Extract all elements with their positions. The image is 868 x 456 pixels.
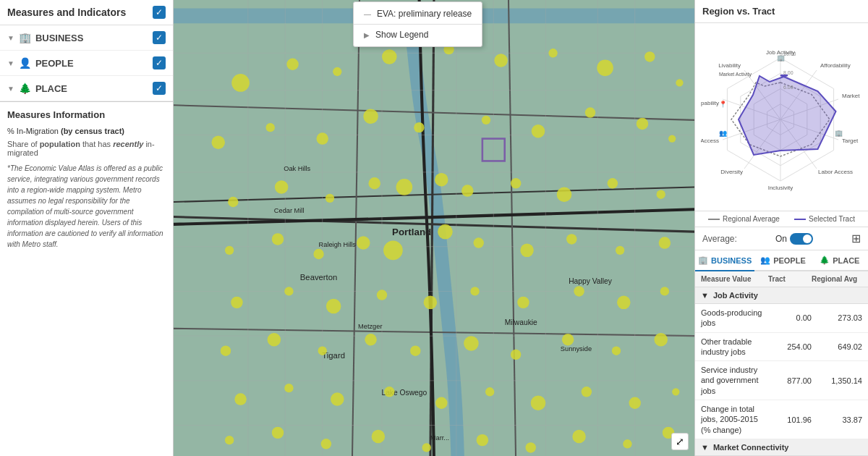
- measures-info: Measures Information % In-Migration (by …: [0, 101, 173, 456]
- svg-point-104: [629, 397, 640, 408]
- svg-text:Market Connectivity: Market Connectivity: [842, 93, 860, 99]
- row-tract: 877.00: [768, 376, 812, 385]
- svg-point-68: [357, 236, 370, 250]
- radar-chart: Job Activity Affordability Market Connec…: [701, 29, 860, 203]
- svg-text:Diversity: Diversity: [720, 169, 743, 175]
- panel-title: Measures and Indicators: [7, 7, 126, 18]
- svg-point-112: [526, 442, 536, 452]
- svg-text:Affordability: Affordability: [820, 62, 851, 69]
- map-svg[interactable]: Portland Beaverton Tigard Happy Valley L…: [174, 0, 694, 456]
- svg-point-113: [572, 430, 586, 444]
- place-checkbox[interactable]: [153, 82, 166, 95]
- svg-point-94: [612, 347, 621, 355]
- col-measure: Measure Value: [701, 275, 768, 283]
- right-panel: Region vs. Tract: [694, 0, 868, 456]
- svg-text:Marr...: Marr...: [430, 434, 449, 442]
- legend-regional-label: Regional Average: [723, 215, 780, 223]
- toggle-switch[interactable]: [790, 233, 813, 245]
- dropdown-legend[interactable]: ▶ Show Legend: [354, 26, 482, 43]
- svg-point-35: [286, 58, 298, 69]
- tab-business-icon: 🏢: [698, 256, 708, 265]
- radar-chart-container: Job Activity Affordability Market Connec…: [695, 23, 868, 211]
- svg-point-88: [318, 347, 327, 355]
- people-label: PEOPLE: [35, 58, 74, 69]
- svg-point-64: [657, 190, 665, 199]
- svg-point-108: [321, 439, 331, 449]
- average-toggle[interactable]: On: [775, 233, 813, 245]
- category-business[interactable]: ▼ 🏢 BUSINESS: [0, 25, 173, 51]
- svg-point-62: [557, 187, 572, 202]
- svg-point-34: [231, 74, 250, 92]
- category-people[interactable]: ▼ 👤 PEOPLE: [0, 51, 173, 76]
- svg-text:Inclusivity: Inclusivity: [768, 185, 793, 191]
- svg-text:Job Access: Job Access: [701, 138, 719, 144]
- section-market-connectivity[interactable]: ▼ Market Connectivity: [695, 439, 868, 456]
- tab-business[interactable]: 🏢 BUSINESS: [695, 250, 754, 271]
- table-row: Goods-producing jobs 0.00 273.03: [695, 304, 868, 333]
- migration-subtext: Share of population that has recently in…: [7, 140, 166, 157]
- svg-point-45: [266, 123, 275, 132]
- region-vs-tract-title: Region vs. Tract: [695, 0, 868, 23]
- svg-point-83: [574, 286, 584, 296]
- legend-row: Regional Average Selected Tract: [695, 211, 868, 227]
- section-title: Market Connectivity: [713, 443, 789, 452]
- svg-point-85: [660, 287, 669, 295]
- svg-point-57: [368, 177, 380, 189]
- tab-place-icon: 🌲: [820, 256, 830, 265]
- svg-text:Sunnyside: Sunnyside: [561, 345, 592, 352]
- tab-people-icon: 👥: [760, 256, 770, 265]
- measures-header: Measures and Indicators: [0, 0, 173, 25]
- svg-text:🏢: 🏢: [835, 129, 843, 138]
- people-checkbox[interactable]: [153, 56, 166, 69]
- grid-view-icon[interactable]: ⊞: [851, 232, 861, 245]
- measures-checkbox[interactable]: [153, 6, 166, 19]
- svg-point-75: [659, 237, 671, 248]
- svg-point-53: [668, 135, 676, 142]
- section-title: Job Activity: [713, 291, 758, 300]
- tab-people[interactable]: 👥 PEOPLE: [754, 250, 811, 271]
- tabs-row: 🏢 BUSINESS 👥 PEOPLE 🌲 PLACE: [695, 250, 868, 271]
- svg-point-61: [511, 178, 521, 188]
- svg-point-82: [517, 297, 529, 308]
- table-row: Service industry and government jobs 877…: [695, 361, 868, 400]
- svg-point-49: [482, 116, 490, 124]
- svg-point-56: [326, 194, 334, 203]
- svg-point-91: [464, 336, 479, 351]
- svg-point-40: [548, 48, 557, 57]
- map-area[interactable]: — EVA: preliminary release ▶ Show Legend: [174, 0, 694, 456]
- map-fullscreen-button[interactable]: ⤢: [671, 433, 689, 450]
- svg-text:Beaverton: Beaverton: [300, 273, 338, 282]
- chevron-place: ▼: [7, 85, 14, 93]
- category-place[interactable]: ▼ 🌲 PLACE: [0, 76, 173, 101]
- business-checkbox[interactable]: [153, 31, 166, 44]
- svg-point-43: [676, 79, 683, 86]
- svg-point-105: [672, 388, 679, 395]
- average-label: Average:: [702, 234, 737, 244]
- legend-regional: Regional Average: [708, 215, 780, 223]
- svg-point-74: [616, 246, 624, 255]
- measures-info-title: Measures Information: [7, 109, 166, 120]
- place-icon: 🌲: [19, 83, 31, 94]
- svg-text:📍: 📍: [719, 100, 728, 109]
- col-regional: Regional Avg: [812, 275, 862, 283]
- row-label: Goods-producing jobs: [701, 308, 768, 329]
- section-job-activity[interactable]: ▼ Job Activity: [695, 287, 868, 304]
- svg-text:8.00: 8.00: [783, 70, 793, 75]
- svg-text:Target Industries: Target Industries: [842, 138, 860, 144]
- section-expand-icon: ▼: [701, 291, 709, 300]
- dropdown-eva[interactable]: — EVA: preliminary release: [354, 5, 482, 22]
- svg-point-41: [597, 60, 613, 77]
- svg-text:Metzger: Metzger: [358, 323, 382, 330]
- tab-place[interactable]: 🌲 PLACE: [812, 250, 868, 271]
- people-icon: 👤: [19, 57, 31, 69]
- svg-point-39: [494, 54, 508, 67]
- tab-business-label: BUSINESS: [711, 256, 752, 265]
- svg-text:10.00: 10.00: [783, 51, 796, 56]
- svg-point-50: [532, 124, 545, 138]
- row-tract: 0.00: [768, 313, 812, 322]
- table-row: Change in total jobs, 2005-2015 (% chang…: [695, 400, 868, 439]
- svg-point-98: [331, 392, 344, 406]
- svg-point-58: [396, 179, 413, 195]
- svg-point-55: [275, 180, 289, 194]
- svg-point-107: [272, 427, 284, 439]
